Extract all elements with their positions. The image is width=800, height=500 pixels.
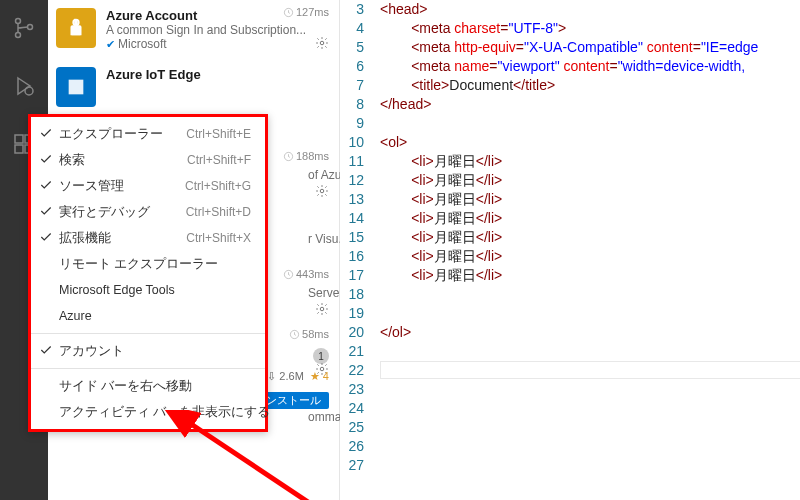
- menu-item-label: Microsoft Edge Tools: [59, 283, 251, 297]
- menu-item[interactable]: Microsoft Edge Tools: [31, 277, 265, 303]
- menu-separator: [31, 333, 265, 334]
- svg-rect-4: [15, 135, 23, 143]
- svg-rect-5: [15, 145, 23, 153]
- check-icon: [39, 126, 53, 140]
- extension-load-time: 127ms: [283, 6, 329, 18]
- svg-point-2: [28, 25, 33, 30]
- extension-title: Azure IoT Edge: [106, 67, 329, 82]
- extension-icon: [56, 67, 96, 107]
- menu-separator: [31, 368, 265, 369]
- menu-item-label: ソース管理: [59, 178, 185, 195]
- line-number-gutter: 3456789101112131415161718192021222324252…: [340, 0, 374, 475]
- menu-item[interactable]: アクティビティ バーを非表示にする: [31, 399, 265, 425]
- menu-item-shortcut: Ctrl+Shift+G: [185, 179, 251, 193]
- check-icon: [39, 230, 53, 244]
- menu-item-label: エクスプローラー: [59, 126, 186, 143]
- menu-item-shortcut: Ctrl+Shift+X: [186, 231, 251, 245]
- svg-point-1: [16, 33, 21, 38]
- menu-item-label: リモート エクスプローラー: [59, 256, 251, 273]
- extension-item[interactable]: Azure Account A common Sign In and Subsc…: [48, 0, 339, 59]
- extension-load-time: 58ms: [289, 328, 329, 340]
- menu-item[interactable]: 拡張機能Ctrl+Shift+X: [31, 225, 265, 251]
- check-icon: [39, 152, 53, 166]
- menu-item-label: Azure: [59, 309, 251, 323]
- menu-item-shortcut: Ctrl+Shift+F: [187, 153, 251, 167]
- svg-point-13: [320, 189, 324, 193]
- extension-load-time: 188ms: [283, 150, 329, 162]
- code-editor[interactable]: 3456789101112131415161718192021222324252…: [340, 0, 800, 500]
- menu-item[interactable]: サイド バーを右へ移動: [31, 373, 265, 399]
- extension-publisher: ✔Microsoft: [106, 37, 329, 51]
- svg-point-15: [320, 307, 324, 311]
- code-content: <head> <meta charset="UTF-8"> <meta http…: [380, 0, 800, 475]
- menu-item[interactable]: 検索Ctrl+Shift+F: [31, 147, 265, 173]
- menu-item-label: アクティビティ バーを非表示にする: [59, 404, 270, 421]
- menu-item-shortcut: Ctrl+Shift+D: [186, 205, 251, 219]
- check-icon: [39, 343, 53, 357]
- extension-icon: [56, 8, 96, 48]
- extension-load-time: 443ms: [283, 268, 329, 280]
- extension-stats: ⇩ 2.6M★ 4: [267, 370, 329, 383]
- menu-item-label: 検索: [59, 152, 187, 169]
- menu-item-label: 実行とデバッグ: [59, 204, 186, 221]
- source-control-icon[interactable]: [0, 8, 48, 48]
- extension-description: A common Sign In and Subscription...: [106, 23, 329, 37]
- run-debug-icon[interactable]: [0, 66, 48, 106]
- activity-bar-context-menu: エクスプローラーCtrl+Shift+E検索Ctrl+Shift+Fソース管理C…: [28, 114, 268, 432]
- menu-item[interactable]: アカウント: [31, 338, 265, 364]
- menu-item[interactable]: リモート エクスプローラー: [31, 251, 265, 277]
- svg-point-0: [16, 19, 21, 24]
- menu-item[interactable]: Azure: [31, 303, 265, 329]
- svg-point-11: [320, 41, 324, 45]
- svg-point-3: [25, 87, 33, 95]
- check-icon: [39, 178, 53, 192]
- menu-item-label: 拡張機能: [59, 230, 186, 247]
- svg-rect-9: [71, 26, 80, 35]
- menu-item-shortcut: Ctrl+Shift+E: [186, 127, 251, 141]
- menu-item[interactable]: エクスプローラーCtrl+Shift+E: [31, 121, 265, 147]
- menu-item-label: サイド バーを右へ移動: [59, 378, 251, 395]
- extension-item[interactable]: Azure IoT Edge: [48, 59, 339, 115]
- menu-item[interactable]: ソース管理Ctrl+Shift+G: [31, 173, 265, 199]
- gear-icon[interactable]: [315, 36, 329, 53]
- check-icon: [39, 204, 53, 218]
- menu-item[interactable]: 実行とデバッグCtrl+Shift+D: [31, 199, 265, 225]
- menu-item-label: アカウント: [59, 343, 251, 360]
